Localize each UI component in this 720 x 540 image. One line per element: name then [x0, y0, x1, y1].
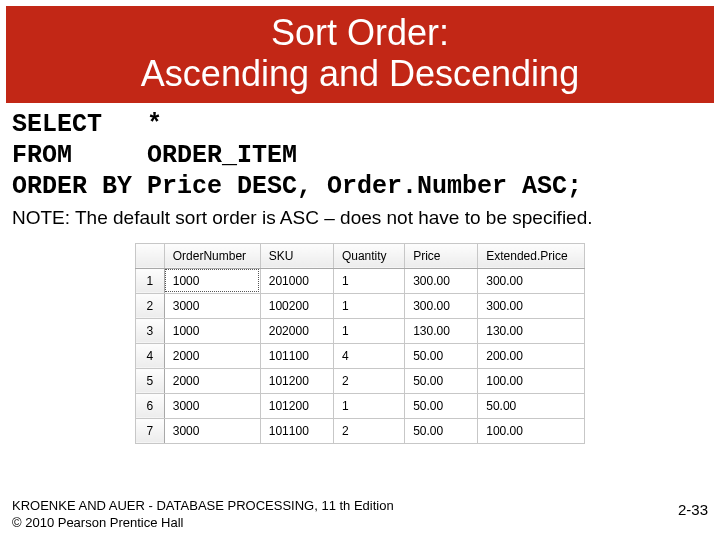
- footer-line1: KROENKE AND AUER - DATABASE PROCESSING, …: [12, 498, 394, 513]
- slide-title: Sort Order: Ascending and Descending: [6, 12, 714, 95]
- cell-quantity: 4: [333, 343, 404, 368]
- cell-quantity: 2: [333, 418, 404, 443]
- table-row: 5 2000 101200 2 50.00 100.00: [136, 368, 585, 393]
- footer: KROENKE AND AUER - DATABASE PROCESSING, …: [12, 498, 708, 532]
- cell-sku: 202000: [260, 318, 333, 343]
- sql-orderby-expr: Price DESC, Order.Number ASC;: [147, 172, 582, 201]
- sql-from-tbl: ORDER_ITEM: [147, 141, 297, 170]
- title-bar: Sort Order: Ascending and Descending: [6, 6, 714, 103]
- cell-quantity: 1: [333, 293, 404, 318]
- sql-select-kw: SELECT: [12, 110, 102, 139]
- result-table: OrderNumber SKU Quantity Price Extended.…: [135, 243, 585, 444]
- cell-ordernumber: 1000: [164, 318, 260, 343]
- table-row: 7 3000 101100 2 50.00 100.00: [136, 418, 585, 443]
- cell-extendedprice: 300.00: [478, 268, 585, 293]
- cell-price: 50.00: [405, 343, 478, 368]
- cell-price: 50.00: [405, 418, 478, 443]
- cell-sku: 101100: [260, 418, 333, 443]
- cell-sku: 101200: [260, 368, 333, 393]
- cell-ordernumber: 2000: [164, 343, 260, 368]
- cell-extendedprice: 100.00: [478, 418, 585, 443]
- table-header-row: OrderNumber SKU Quantity Price Extended.…: [136, 243, 585, 268]
- cell-sku: 101200: [260, 393, 333, 418]
- footer-text: KROENKE AND AUER - DATABASE PROCESSING, …: [12, 498, 708, 532]
- cell-ordernumber: 3000: [164, 393, 260, 418]
- cell-extendedprice: 300.00: [478, 293, 585, 318]
- cell-extendedprice: 50.00: [478, 393, 585, 418]
- cell-quantity: 1: [333, 393, 404, 418]
- cell-price: 50.00: [405, 368, 478, 393]
- row-number: 1: [136, 268, 165, 293]
- sql-orderby-kw: ORDER BY: [12, 172, 132, 201]
- col-header-extendedprice: Extended.Price: [478, 243, 585, 268]
- footer-line2: © 2010 Pearson Prentice Hall: [12, 515, 183, 530]
- row-number: 6: [136, 393, 165, 418]
- cell-ordernumber: 3000: [164, 293, 260, 318]
- result-grid: OrderNumber SKU Quantity Price Extended.…: [135, 243, 585, 444]
- cell-sku: 101100: [260, 343, 333, 368]
- row-number: 4: [136, 343, 165, 368]
- table-row: 3 1000 202000 1 130.00 130.00: [136, 318, 585, 343]
- col-header-sku: SKU: [260, 243, 333, 268]
- slide: Sort Order: Ascending and Descending SEL…: [0, 6, 720, 540]
- cell-quantity: 1: [333, 268, 404, 293]
- table-row: 2 3000 100200 1 300.00 300.00: [136, 293, 585, 318]
- table-row: 4 2000 101100 4 50.00 200.00: [136, 343, 585, 368]
- cell-price: 130.00: [405, 318, 478, 343]
- cell-ordernumber: 1000: [164, 268, 260, 293]
- title-line2: Ascending and Descending: [141, 53, 579, 94]
- sql-code: SELECT * FROM ORDER_ITEM ORDER BY Price …: [12, 109, 708, 203]
- cell-price: 300.00: [405, 268, 478, 293]
- cell-sku: 100200: [260, 293, 333, 318]
- cell-extendedprice: 100.00: [478, 368, 585, 393]
- cell-extendedprice: 130.00: [478, 318, 585, 343]
- table-row: 6 3000 101200 1 50.00 50.00: [136, 393, 585, 418]
- col-header-ordernumber: OrderNumber: [164, 243, 260, 268]
- cell-sku: 201000: [260, 268, 333, 293]
- row-number: 7: [136, 418, 165, 443]
- table-row: 1 1000 201000 1 300.00 300.00: [136, 268, 585, 293]
- page-number: 2-33: [678, 501, 708, 518]
- table-corner: [136, 243, 165, 268]
- row-number: 5: [136, 368, 165, 393]
- sql-from-kw: FROM: [12, 141, 72, 170]
- col-header-price: Price: [405, 243, 478, 268]
- row-number: 3: [136, 318, 165, 343]
- sql-select-cols: *: [147, 110, 162, 139]
- cell-ordernumber: 3000: [164, 418, 260, 443]
- note-text: NOTE: The default sort order is ASC – do…: [12, 207, 708, 229]
- cell-price: 300.00: [405, 293, 478, 318]
- cell-ordernumber: 2000: [164, 368, 260, 393]
- title-line1: Sort Order:: [271, 12, 449, 53]
- col-header-quantity: Quantity: [333, 243, 404, 268]
- cell-extendedprice: 200.00: [478, 343, 585, 368]
- cell-quantity: 1: [333, 318, 404, 343]
- row-number: 2: [136, 293, 165, 318]
- cell-price: 50.00: [405, 393, 478, 418]
- cell-quantity: 2: [333, 368, 404, 393]
